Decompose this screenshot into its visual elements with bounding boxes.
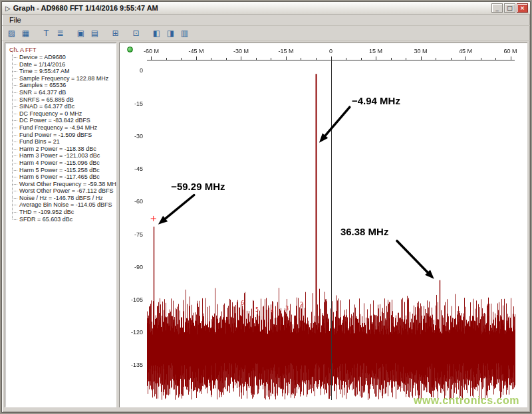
toolbar-group: ▣▤ xyxy=(74,27,102,40)
y-tick-label: -15 xyxy=(122,100,143,107)
grid-toggle-button[interactable]: ⊞ xyxy=(108,27,122,40)
x-tick-label: 0 xyxy=(329,48,332,54)
tree-item[interactable]: DC Power = -83.842 dBFS xyxy=(12,117,115,124)
tree-item[interactable]: Samples = 65536 xyxy=(12,82,115,89)
stats-tree-panel: Ch. A FFT Device = AD9680Date = 1/14/201… xyxy=(5,43,116,407)
tree-item[interactable]: DC Frequency = 0 MHz xyxy=(12,110,115,118)
content-area: Ch. A FFT Device = AD9680Date = 1/14/201… xyxy=(2,41,530,412)
graph-window: ▷ Graph - AD9680 FFT 1/14/2016 9:55:47 A… xyxy=(1,1,531,413)
y-tick-label: -135 xyxy=(122,362,143,368)
tree-item[interactable]: Date = 1/14/2016 xyxy=(12,61,115,68)
chart-canvas[interactable] xyxy=(119,43,527,407)
tree-item[interactable]: Time = 9:55:47 AM xyxy=(12,68,115,75)
y-tick-label: 0 xyxy=(122,67,143,74)
toolbar-group: ⊡ xyxy=(129,27,143,40)
x-tick-label: -45 M xyxy=(188,48,203,54)
titlebar: ▷ Graph - AD9680 FFT 1/14/2016 9:55:47 A… xyxy=(2,2,530,15)
x-tick-label: 45 M xyxy=(459,48,472,54)
tree-item[interactable]: SNRFS = 65.885 dB xyxy=(12,96,115,104)
label-axes-button[interactable]: T xyxy=(39,27,53,40)
save-button[interactable]: ▣ xyxy=(74,27,88,40)
menubar: File xyxy=(2,15,530,26)
annotation-label: −4.94 MHz xyxy=(352,95,400,106)
maximize-button[interactable]: □ xyxy=(504,3,515,13)
plot-properties-button[interactable]: ▨ xyxy=(5,27,19,40)
watermark: www.cntronics.com xyxy=(414,395,519,407)
tree-item[interactable]: SINAD = 64.377 dBc xyxy=(12,103,115,110)
y-tick-label: -120 xyxy=(122,329,143,336)
tree-item[interactable]: Harm 6 Power = -117.465 dBc xyxy=(12,173,115,181)
tree-item[interactable]: Fund Power = -1.509 dBFS xyxy=(12,132,115,139)
zoom-x-button[interactable]: ◧ xyxy=(150,27,164,40)
x-tick-label: 60 M xyxy=(504,48,517,54)
y-tick-label: -90 xyxy=(122,264,143,270)
annotation-label: 36.38 MHz xyxy=(340,226,389,237)
toolbar-group: ⊞ xyxy=(108,27,122,40)
tree-item[interactable]: Fund Frequency = -4.94 MHz xyxy=(12,124,115,132)
tree-children: Device = AD9680Date = 1/14/2016Time = 9:… xyxy=(12,54,115,223)
toolbar-group: ▨▦ xyxy=(5,27,33,40)
menu-item-file[interactable]: File xyxy=(5,15,26,25)
trace-list-button[interactable]: ≣ xyxy=(53,27,67,40)
y-tick-label: -45 xyxy=(122,165,143,172)
tree-item[interactable]: Device = AD9680 xyxy=(12,54,115,61)
tree-item[interactable]: Harm 3 Power = -121.003 dBc xyxy=(12,152,115,159)
tree-item[interactable]: Harm 2 Power = -118.38 dBc xyxy=(12,146,115,153)
app-icon: ▷ xyxy=(5,5,11,12)
x-tick-label: 15 M xyxy=(369,48,382,54)
toolbar-group: ◧◨▥ xyxy=(150,27,192,40)
close-button[interactable]: × xyxy=(517,3,528,13)
tree-item[interactable]: Harm 5 Power = -115.258 dBc xyxy=(12,167,115,174)
tree-item[interactable]: Noise / Hz = -146.78 dBFS / Hz xyxy=(12,195,115,202)
toolbar: ▨▦T≣▣▤⊞⊡◧◨▥ xyxy=(2,26,530,41)
tree-item[interactable]: SFDR = 65.603 dBc xyxy=(12,216,115,223)
tree-item[interactable]: Sample Frequency = 122.88 MHz xyxy=(12,75,115,82)
y-tick-label: -75 xyxy=(122,231,143,238)
data-window-button[interactable]: ▦ xyxy=(19,27,33,40)
x-tick-label: 30 M xyxy=(414,48,427,54)
tree-item[interactable]: Worst Other Frequency = -59.38 MHz xyxy=(12,181,115,188)
tree-item[interactable]: Fund Bins = 21 xyxy=(12,138,115,146)
desktop: ▷ Graph - AD9680 FFT 1/14/2016 9:55:47 A… xyxy=(0,0,532,414)
annotation-label: −59.29 MHz xyxy=(171,181,225,192)
tree-item[interactable]: Worst Other Power = -67.112 dBFS xyxy=(12,187,115,195)
y-tick-label: -60 xyxy=(122,198,143,205)
chart-panel: www.cntronics.com -60 M-45 M-30 M-15 M01… xyxy=(119,43,527,407)
x-tick-label: -60 M xyxy=(144,48,159,54)
toolbar-group: T≣ xyxy=(39,27,67,40)
tree-item[interactable]: Harm 4 Power = -115.096 dBc xyxy=(12,159,115,167)
window-title: Graph - AD9680 FFT 1/14/2016 9:55:47 AM xyxy=(13,4,490,12)
tree-item[interactable]: SNR = 64.377 dB xyxy=(12,89,115,96)
zoom-y-button[interactable]: ▥ xyxy=(178,27,192,40)
y-tick-label: -30 xyxy=(122,133,143,140)
tree-item[interactable]: THD = -109.952 dBc xyxy=(12,209,115,216)
export-button[interactable]: ▤ xyxy=(88,27,102,40)
tree-item[interactable]: Average Bin Noise = -114.05 dBFS xyxy=(12,201,115,209)
y-tick-label: -105 xyxy=(122,296,143,303)
x-tick-label: -15 M xyxy=(278,48,293,54)
status-led-icon xyxy=(127,47,133,52)
markers-toggle-button[interactable]: ⊡ xyxy=(129,27,143,40)
zoom-fit-button[interactable]: ◨ xyxy=(164,27,178,40)
minimize-button[interactable]: _ xyxy=(491,3,503,13)
tree-root-ch-a-fft[interactable]: Ch. A FFT xyxy=(9,47,115,54)
x-tick-label: -30 M xyxy=(233,48,249,54)
